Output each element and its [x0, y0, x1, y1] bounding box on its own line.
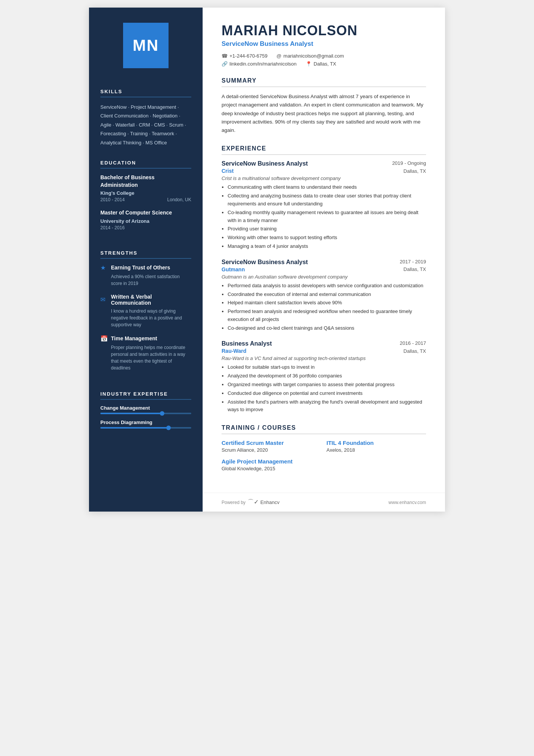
exp-entry-3: Business Analyst 2016 - 2017 Rau-Ward Da…: [222, 340, 426, 414]
progress-fill-2: [100, 427, 169, 429]
exp-dates-3: 2016 - 2017: [400, 340, 426, 346]
progress-bar-2: [100, 427, 191, 429]
bullet: Collecting and analyzing business data t…: [228, 192, 426, 208]
bullet: Providing user training: [228, 225, 426, 233]
mail-icon: ✉: [100, 296, 108, 303]
edu-location-1: London, UK: [167, 197, 191, 202]
strengths-title: STRENGTHS: [100, 250, 191, 259]
exp-entry-2: ServiceNow Business Analyst 2017 - 2019 …: [222, 259, 426, 332]
footer-website: www.enhancv.com: [389, 500, 426, 505]
resume-header: MARIAH NICOLSON ServiceNow Business Anal…: [222, 23, 426, 67]
training-org-2: Axelos, 2018: [326, 447, 426, 453]
summary-section: SUMMARY A detail-oriented ServiceNow Bus…: [222, 77, 426, 135]
edu-date-range-2: 2014 - 2016: [100, 225, 125, 230]
strength-title-1: Earning Trust of Others: [111, 265, 170, 271]
edu-dates-1: 2010 - 2014 London, UK: [100, 197, 191, 202]
summary-title: SUMMARY: [222, 77, 426, 87]
edu-entry-1: Bachelor of Business Administration King…: [100, 174, 191, 202]
edu-school-1: King's College: [100, 190, 191, 196]
exp-company-desc-3: Rau-Ward is a VC fund aimed at supportin…: [222, 355, 426, 361]
contact-email: @ mariahnicolson@gmail.com: [276, 53, 344, 59]
exp-company-1: Crist: [222, 168, 234, 174]
training-entry-3: Agile Project Management Global Knowledg…: [222, 458, 321, 471]
strength-desc-2: I know a hundred ways of giving negative…: [100, 308, 191, 328]
exp-bullets-3: Looked for suitable start-ups to invest …: [222, 363, 426, 414]
enhancv-logo: ⌒✓ Enhancv: [248, 498, 279, 506]
exp-location-2: Dallas, TX: [403, 266, 426, 272]
exp-jobtitle-1: ServiceNow Business Analyst: [222, 160, 308, 167]
sidebar-footer: [89, 491, 203, 496]
calendar-icon: 📅: [100, 335, 108, 342]
contact-row-2: 🔗 linkedin.com/in/mariahnicolson 📍 Dalla…: [222, 61, 426, 67]
footer: Powered by ⌒✓ Enhancv www.enhancv.com: [203, 493, 445, 512]
strengths-section: STRENGTHS ★ Earning Trust of Others Achi…: [89, 241, 203, 382]
training-name-1: Certified Scrum Master: [222, 440, 321, 446]
summary-text: A detail-oriented ServiceNow Business An…: [222, 92, 426, 135]
skills-title: SKILLS: [100, 89, 191, 97]
contact-row-1: ☎ +1-244-670-6759 @ mariahnicolson@gmail…: [222, 53, 426, 59]
strength-desc-1: Achieved a 90% client satisfaction score…: [100, 273, 191, 287]
strength-entry-3: 📅 Time Management Proper planning helps …: [100, 335, 191, 371]
exp-entry-1: ServiceNow Business Analyst 2019 - Ongoi…: [222, 160, 426, 250]
bullet: Analyzed the development of 36 portfolio…: [228, 372, 426, 380]
exp-bullets-1: Communicating with client teams to under…: [222, 183, 426, 250]
location-text: Dallas, TX: [314, 61, 336, 67]
strength-title-2: Written & Verbal Communication: [111, 294, 191, 306]
bullet: Assisted the fund's partners with analyz…: [228, 398, 426, 414]
training-org-1: Scrum Alliance, 2020: [222, 447, 321, 453]
progress-fill-1: [100, 413, 162, 414]
training-entry-2: ITIL 4 Foundation Axelos, 2018: [326, 440, 426, 453]
contact-location: 📍 Dallas, TX: [306, 61, 336, 67]
education-section: EDUCATION Bachelor of Business Administr…: [89, 151, 203, 241]
bullet: Co-designed and co-led client trainings …: [228, 324, 426, 332]
bullet: Helped maintain client satisfaction leve…: [228, 299, 426, 307]
enhancv-icon: ⌒✓: [248, 498, 259, 506]
email-text: mariahnicolson@gmail.com: [283, 53, 344, 59]
strength-entry-1: ★ Earning Trust of Others Achieved a 90%…: [100, 264, 191, 287]
exp-company-desc-2: Gutmann is an Australian software develo…: [222, 274, 426, 280]
training-grid: Certified Scrum Master Scrum Alliance, 2…: [222, 440, 426, 471]
bullet: Working with other teams to support test…: [228, 234, 426, 242]
email-icon: @: [276, 53, 281, 59]
exp-dates-1: 2019 - Ongoing: [392, 160, 426, 166]
bullet: Co-leading monthly quality management re…: [228, 209, 426, 225]
bullet: Communicating with client teams to under…: [228, 183, 426, 191]
training-name-3: Agile Project Management: [222, 458, 321, 465]
phone-text: +1-244-670-6759: [230, 53, 267, 59]
bullet: Coordinated the execution of internal an…: [228, 291, 426, 299]
bullet: Conducted due diligence on potential and…: [228, 390, 426, 398]
avatar: MN: [123, 23, 169, 68]
star-icon: ★: [100, 264, 108, 271]
edu-entry-2: Master of Computer Science University of…: [100, 209, 191, 230]
experience-title: EXPERIENCE: [222, 145, 426, 155]
exp-company-3: Rau-Ward: [222, 348, 247, 354]
powered-by-text: Powered by: [222, 500, 245, 505]
avatar-area: MN: [89, 8, 203, 80]
experience-section: EXPERIENCE ServiceNow Business Analyst 2…: [222, 145, 426, 414]
linkedin-text: linkedin.com/in/mariahnicolson: [230, 61, 297, 67]
training-entry-1: Certified Scrum Master Scrum Alliance, 2…: [222, 440, 321, 453]
edu-date-range-1: 2010 - 2014: [100, 197, 125, 202]
candidate-title: ServiceNow Business Analyst: [222, 40, 426, 48]
bullet: Performed team analysis and redesigned w…: [228, 308, 426, 324]
training-org-3: Global Knowledge, 2015: [222, 466, 321, 471]
skills-text: ServiceNow · Project Management · Client…: [100, 103, 191, 147]
bullet: Organized meetings with target companies…: [228, 381, 426, 389]
main-content: MARIAH NICOLSON ServiceNow Business Anal…: [203, 8, 445, 493]
exp-jobtitle-2: ServiceNow Business Analyst: [222, 259, 308, 266]
edu-school-2: University of Arizona: [100, 218, 191, 224]
strength-desc-3: Proper planning helps me coordinate pers…: [100, 344, 191, 371]
strength-title-3: Time Management: [111, 335, 157, 341]
exp-company-desc-1: Crist is a multinational software develo…: [222, 175, 426, 181]
candidate-name: MARIAH NICOLSON: [222, 23, 426, 39]
phone-icon: ☎: [222, 53, 228, 59]
linkedin-icon: 🔗: [222, 61, 228, 67]
industry-section: INDUSTRY EXPERTISE Change Management Pro…: [89, 382, 203, 438]
edu-degree-2: Master of Computer Science: [100, 209, 191, 217]
expertise-entry-2: Process Diagramming: [100, 419, 191, 429]
location-icon: 📍: [306, 61, 312, 67]
strength-entry-2: ✉ Written & Verbal Communication I know …: [100, 294, 191, 328]
exp-location-3: Dallas, TX: [403, 348, 426, 354]
exp-dates-2: 2017 - 2019: [400, 259, 426, 265]
bullet: Managing a team of 4 junior analysts: [228, 243, 426, 250]
